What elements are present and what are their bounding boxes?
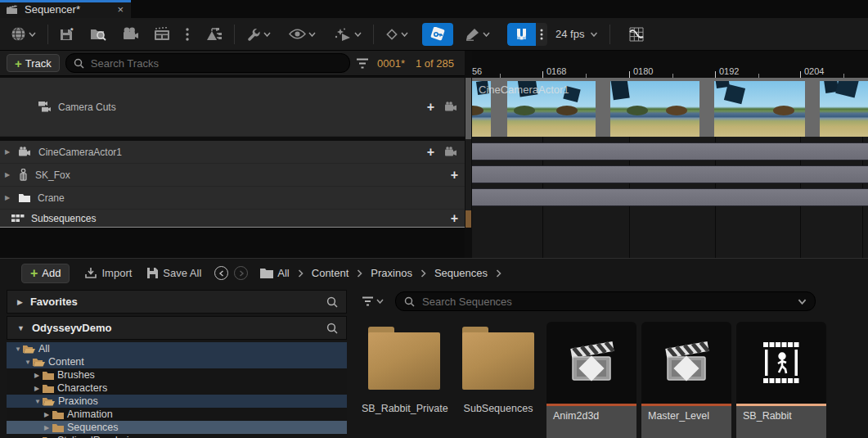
sequencer-options-menu[interactable]: [182, 25, 193, 44]
tree-item-sequences[interactable]: ▶ Sequences: [7, 421, 347, 434]
curve-editor-button[interactable]: [624, 23, 649, 46]
world-icon: [11, 26, 26, 42]
section-bar-crane[interactable]: [472, 188, 868, 206]
forward-button[interactable]: [234, 266, 248, 280]
expander-icon[interactable]: ▶: [44, 424, 52, 431]
import-button[interactable]: Import: [84, 267, 132, 279]
timeline-ruler[interactable]: 56 0168 0180 0192 0204: [472, 51, 868, 78]
asset-search-input[interactable]: [421, 295, 798, 309]
back-button[interactable]: [214, 266, 228, 280]
save-sequence-button[interactable]: *: [56, 24, 79, 45]
tree-item-stylizedrendering[interactable]: ▶ StylizedRendering: [7, 434, 347, 438]
track-row-sk-fox[interactable]: ▶ SK_Fox +: [0, 164, 465, 187]
chevron-down-icon: [308, 32, 316, 37]
search-icon[interactable]: [326, 323, 338, 334]
expander-icon[interactable]: ▶: [17, 298, 23, 306]
add-track-button[interactable]: + Track: [7, 54, 60, 72]
auto-key-toggle[interactable]: [422, 23, 453, 46]
asset-folder-sb-rabbit-private[interactable]: SB_Rabbit_Private: [362, 326, 447, 414]
asset-folder-subsequences[interactable]: SubSequences: [456, 326, 541, 414]
tree-item-praxinos[interactable]: ▼ Praxinos: [7, 395, 347, 408]
tree-item-label: StylizedRendering: [57, 435, 140, 438]
track-label: SK_Fox: [35, 169, 70, 181]
track-row-subsequences[interactable]: Subsequences +: [0, 210, 465, 228]
keyframe-options-dropdown[interactable]: [381, 25, 412, 44]
expander-icon[interactable]: ▶: [34, 385, 42, 392]
tree-item-content[interactable]: ▼ Content: [7, 355, 347, 368]
edit-mode-dropdown[interactable]: [461, 24, 494, 44]
add-content-button[interactable]: + Add: [21, 264, 70, 283]
chevron-right-icon: [298, 269, 304, 278]
section-bar-cinecameraactor1[interactable]: [472, 142, 868, 160]
breadcrumb-sequences[interactable]: Sequences: [434, 267, 488, 279]
render-clapper-icon: [154, 27, 172, 42]
expander-icon[interactable]: ▶: [34, 372, 42, 379]
expander-icon[interactable]: ▼: [34, 398, 42, 405]
asset-anim2d3d[interactable]: Anim2d3d: [546, 322, 636, 438]
breadcrumb-praxinos[interactable]: Praxinos: [371, 267, 412, 279]
tab-bar: Sequencer* ×: [0, 0, 868, 18]
track-filter-icon[interactable]: [356, 58, 369, 69]
import-label: Import: [101, 267, 132, 279]
expander-icon[interactable]: ▼: [15, 345, 22, 353]
saved-search-chevron-icon[interactable]: [798, 299, 807, 305]
chevron-right-icon[interactable]: [496, 269, 501, 278]
asset-search-field[interactable]: [395, 291, 816, 311]
asset-master-level[interactable]: Master_Level: [641, 322, 731, 438]
world-dropdown[interactable]: [7, 23, 40, 45]
camera-lock-icon[interactable]: [444, 147, 458, 157]
add-section-button[interactable]: +: [427, 146, 434, 159]
import-icon: [84, 267, 97, 279]
add-section-button[interactable]: +: [451, 169, 458, 182]
search-icon[interactable]: [326, 296, 338, 308]
expander-icon[interactable]: ▶: [5, 171, 13, 178]
expander-icon[interactable]: ▶: [5, 194, 13, 201]
fps-dropdown[interactable]: 24 fps: [555, 28, 598, 40]
tab-sequencer[interactable]: Sequencer* ×: [0, 0, 131, 18]
playback-options-dropdown[interactable]: [330, 24, 366, 45]
snap-options-menu[interactable]: [536, 23, 547, 46]
expander-icon[interactable]: ▶: [44, 411, 52, 418]
save-all-button[interactable]: Save All: [146, 267, 201, 279]
filters-dropdown[interactable]: [362, 296, 384, 307]
browse-sequence-button[interactable]: [86, 24, 111, 45]
scrollbar-thumb[interactable]: [465, 78, 471, 139]
section-bar-sk-fox[interactable]: [472, 165, 868, 183]
tree-item-animation[interactable]: ▶ Animation: [7, 408, 347, 421]
breadcrumb-content[interactable]: Content: [312, 267, 349, 279]
track-row-crane[interactable]: ▶ Crane: [0, 187, 465, 210]
expander-icon[interactable]: ▶: [5, 148, 13, 156]
add-section-button[interactable]: +: [451, 212, 458, 225]
render-movie-button[interactable]: [150, 24, 176, 45]
toolbar-separator: [234, 25, 235, 44]
snap-toggle[interactable]: [507, 23, 536, 46]
expander-icon[interactable]: ▼: [25, 359, 32, 366]
tree-item-all[interactable]: ▼ All: [7, 342, 347, 355]
skeletal-mesh-icon: [18, 169, 29, 181]
favorites-section-header[interactable]: ▶ Favorites: [7, 290, 347, 314]
track-search-field[interactable]: [65, 53, 350, 73]
track-search-input[interactable]: [89, 56, 342, 70]
track-row-cinecameraactor1[interactable]: ▶ CineCameraActor1 +: [0, 141, 465, 164]
tree-item-brushes[interactable]: ▶ Brushes: [7, 368, 347, 382]
world-outliner-button[interactable]: [200, 24, 227, 45]
project-section-header[interactable]: ▼ OdysseyvDemo: [7, 316, 347, 340]
frame-range-value[interactable]: 1 of 285: [416, 57, 454, 70]
asset-sb-rabbit[interactable]: SB_Rabbit: [736, 322, 826, 438]
expander-icon[interactable]: ▼: [17, 324, 25, 332]
asset-thumbnail: [736, 322, 826, 404]
current-frame-value[interactable]: 0001*: [377, 57, 405, 70]
create-camera-button[interactable]: [118, 24, 143, 44]
tree-item-characters[interactable]: ▶ Characters: [7, 382, 347, 395]
actions-dropdown[interactable]: [242, 24, 275, 45]
breadcrumb-all[interactable]: All: [277, 267, 289, 279]
camera-cuts-icon: [38, 101, 52, 113]
camera-cuts-filmstrip[interactable]: CineCameraActor1: [472, 78, 868, 137]
add-section-button[interactable]: +: [427, 101, 434, 114]
sequencer-vertical-scrollbar[interactable]: [465, 78, 471, 228]
content-browser-sources: ▶ Favorites ▼ OdysseyvDemo ▼ All: [7, 290, 347, 438]
camera-lock-icon[interactable]: [444, 102, 458, 112]
tab-close-icon[interactable]: ×: [117, 3, 124, 16]
track-row-camera-cuts[interactable]: Camera Cuts +: [0, 78, 465, 137]
view-options-dropdown[interactable]: [285, 25, 320, 43]
